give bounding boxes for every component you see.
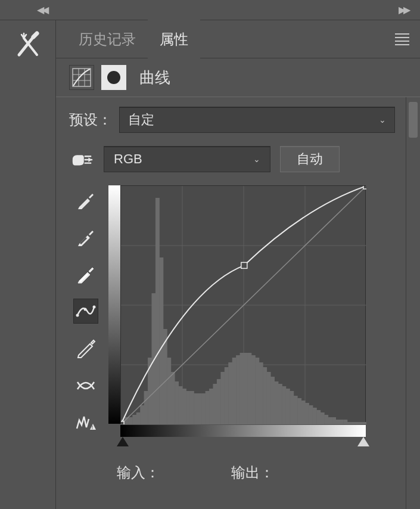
auto-button[interactable]: 自动 [280, 146, 340, 172]
svg-rect-31 [179, 386, 183, 424]
svg-rect-29 [171, 372, 175, 424]
svg-rect-54 [267, 372, 271, 424]
svg-rect-75 [347, 422, 351, 424]
black-point-slider[interactable] [117, 437, 129, 446]
brush-fork-icon[interactable] [13, 30, 43, 60]
targeted-adjust-icon[interactable] [69, 147, 94, 172]
tool-rail [0, 20, 56, 509]
svg-rect-65 [309, 405, 313, 424]
svg-rect-36 [198, 393, 202, 424]
svg-rect-30 [175, 381, 179, 424]
svg-rect-64 [305, 403, 309, 424]
svg-rect-51 [255, 358, 259, 424]
collapse-strip: ◀◀ ▶▶ [0, 0, 420, 20]
eyedropper-white-icon[interactable] [73, 262, 98, 287]
svg-rect-44 [228, 362, 232, 424]
output-label: 输出： [231, 463, 274, 482]
scrollbar[interactable] [406, 97, 420, 509]
svg-rect-42 [220, 372, 225, 424]
svg-text:!: ! [92, 424, 94, 430]
chevron-down-icon: ⌄ [379, 115, 386, 125]
preset-label: 预设： [69, 110, 112, 129]
svg-point-6 [76, 314, 79, 317]
svg-rect-26 [159, 257, 163, 424]
svg-rect-70 [328, 417, 332, 424]
svg-rect-71 [332, 417, 336, 424]
svg-rect-53 [263, 367, 267, 424]
svg-rect-32 [182, 389, 186, 424]
svg-rect-34 [190, 391, 194, 424]
svg-rect-28 [167, 358, 171, 424]
white-point-slider[interactable] [357, 437, 369, 446]
svg-rect-49 [247, 353, 251, 424]
properties-panel: 历史记录 属性 曲线 [56, 20, 420, 509]
svg-rect-79 [363, 422, 366, 424]
svg-rect-41 [217, 379, 221, 424]
tab-properties[interactable]: 属性 [148, 19, 200, 60]
svg-rect-69 [324, 415, 328, 424]
channel-value: RGB [114, 151, 142, 167]
svg-rect-77 [355, 422, 359, 424]
svg-marker-5 [88, 157, 92, 162]
bw-sliders[interactable] [120, 437, 366, 451]
svg-rect-21 [140, 405, 144, 424]
adjustment-title-row: 曲线 [56, 58, 420, 97]
svg-rect-74 [343, 420, 347, 424]
smooth-curve-icon[interactable] [73, 373, 98, 398]
svg-rect-82 [241, 262, 247, 268]
svg-rect-66 [313, 408, 317, 424]
preset-dropdown[interactable]: 自定 ⌄ [119, 107, 395, 133]
svg-rect-55 [270, 377, 275, 424]
svg-rect-63 [301, 401, 306, 424]
tab-history[interactable]: 历史记录 [67, 19, 148, 60]
svg-rect-18 [129, 417, 133, 424]
svg-rect-76 [351, 422, 355, 424]
svg-rect-43 [225, 367, 229, 424]
svg-rect-50 [251, 355, 256, 424]
svg-rect-52 [259, 362, 263, 424]
collapse-right-icon[interactable]: ▶▶ [399, 4, 408, 15]
eyedropper-black-icon[interactable] [73, 188, 98, 213]
output-gradient [108, 185, 120, 424]
svg-rect-46 [236, 355, 240, 424]
point-curve-tool-icon[interactable] [73, 299, 98, 324]
svg-rect-20 [136, 412, 141, 424]
svg-rect-57 [278, 384, 282, 424]
svg-rect-35 [194, 393, 198, 424]
channel-dropdown[interactable]: RGB ⌄ [104, 146, 270, 172]
svg-rect-45 [232, 358, 237, 424]
svg-rect-39 [209, 389, 213, 424]
svg-rect-40 [213, 384, 217, 424]
eyedropper-gray-icon[interactable] [73, 225, 98, 250]
svg-rect-61 [294, 396, 298, 424]
pencil-curve-tool-icon[interactable] [73, 336, 98, 361]
clip-warning-icon[interactable]: ! [73, 409, 98, 434]
svg-rect-68 [321, 412, 325, 424]
curves-grid-icon[interactable] [69, 65, 94, 90]
svg-rect-47 [240, 353, 244, 424]
scrollbar-thumb[interactable] [409, 102, 418, 138]
svg-rect-81 [121, 421, 124, 424]
layer-mask-icon[interactable] [101, 65, 126, 90]
svg-rect-37 [201, 393, 206, 424]
svg-rect-58 [282, 386, 286, 424]
chevron-down-icon: ⌄ [253, 154, 260, 164]
svg-rect-78 [359, 422, 363, 424]
panel-menu-icon[interactable] [395, 31, 409, 48]
svg-rect-72 [336, 420, 340, 424]
svg-rect-67 [316, 410, 321, 424]
svg-rect-73 [340, 420, 344, 424]
svg-rect-62 [297, 398, 301, 424]
collapse-left-icon[interactable]: ◀◀ [37, 4, 46, 15]
svg-rect-22 [144, 391, 148, 424]
svg-rect-83 [363, 186, 366, 189]
curves-plot[interactable] [120, 185, 366, 424]
svg-rect-60 [290, 391, 294, 424]
svg-rect-19 [132, 415, 136, 424]
svg-point-7 [84, 308, 87, 311]
input-label: 输入： [117, 463, 160, 482]
tab-bar: 历史记录 属性 [56, 20, 420, 58]
curve-tools: ! [69, 185, 102, 451]
svg-rect-38 [206, 391, 210, 424]
svg-point-8 [93, 306, 96, 309]
